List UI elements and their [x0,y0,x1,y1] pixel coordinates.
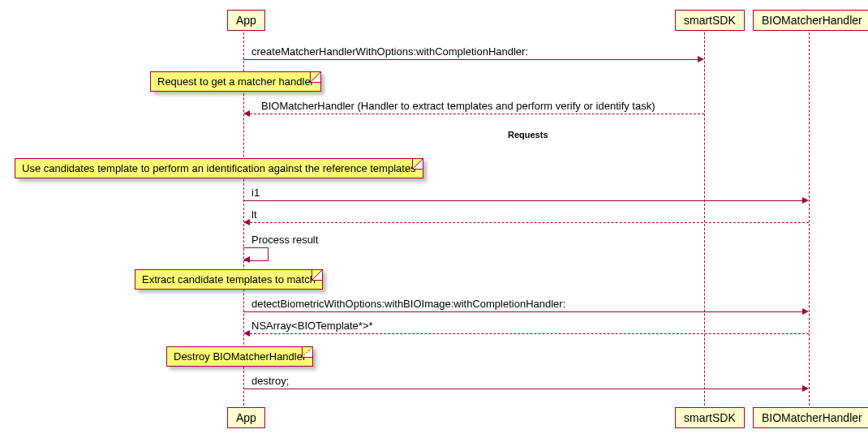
arrowhead-process-result [243,256,250,263]
participant-biohandler-bottom: BIOMatcherHandler [753,407,868,428]
arrow-destroy [243,389,802,389]
arrow-nsarray [250,333,809,334]
arrowhead-return-handler [243,110,250,117]
arrowhead-create-handler [698,56,704,62]
group-requests: Requests [506,130,550,140]
arrowhead-i1 [802,197,809,204]
sequence-diagram: App smartSDK BIOMatcherHandler App smart… [8,8,860,430]
note-request-handler: Request to get a matcher handler [150,71,321,92]
participant-app-bottom: App [227,407,265,428]
arrowhead-detect-biometric [802,308,809,315]
msg-nsarray: NSArray<BIOTemplate*>* [251,320,373,332]
msg-return-handler: BIOMatcherHandler (Handler to extract te… [261,100,655,112]
arrowhead-nsarray [243,330,250,337]
arrow-create-handler [243,59,698,60]
lifeline-smartsdk [704,32,705,406]
participant-app-top: App [227,10,265,31]
participant-biohandler-top: BIOMatcherHandler [753,10,868,31]
msg-create-handler: createMatcherHandlerWithOptions:withComp… [251,45,528,58]
participant-smartsdk-bottom: smartSDK [675,407,745,428]
lifeline-biohandler [809,32,810,406]
msg-process-result: Process result [251,234,318,246]
msg-i1: i1 [251,187,260,199]
participant-smartsdk-top: smartSDK [675,10,745,31]
note-extract-candidates: Extract candidate templates to match [135,269,323,290]
msg-destroy: destroy; [251,375,289,387]
msg-lt: lt [251,208,257,221]
note-use-candidates: Use candidates template to perform an id… [15,158,423,178]
arrow-lt [250,222,809,223]
msg-detect-biometric: detectBiometricWithOptions:withBIOImage:… [251,298,565,310]
arrow-return-handler [250,114,704,114]
arrow-i1 [243,200,802,201]
note-destroy-handler: Destroy BIOMatcherHandler [166,346,313,367]
arrow-detect-biometric [243,311,802,312]
arrowhead-destroy [802,385,809,392]
arrowhead-lt [243,219,250,225]
